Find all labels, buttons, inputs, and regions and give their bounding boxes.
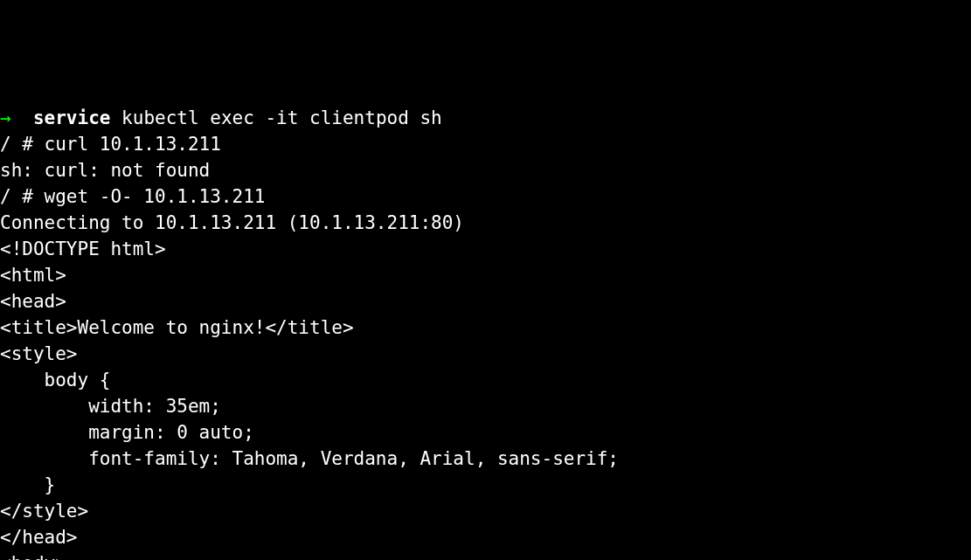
- terminal-line: body {: [0, 367, 971, 393]
- terminal-line: <body>: [0, 550, 971, 560]
- terminal-line: <style>: [0, 341, 971, 367]
- prompt-context: service: [11, 107, 111, 128]
- terminal-line: </style>: [0, 498, 971, 524]
- terminal-line: <head>: [0, 288, 971, 315]
- prompt-arrow-icon: →: [0, 107, 11, 128]
- terminal-line: <title>Welcome to nginx!</title>: [0, 315, 971, 341]
- terminal-line: margin: 0 auto;: [0, 419, 971, 446]
- terminal-output[interactable]: → service kubectl exec -it clientpod sh/…: [0, 105, 971, 560]
- terminal-line: / # curl 10.1.13.211: [0, 131, 971, 157]
- terminal-line: <!DOCTYPE html>: [0, 236, 971, 262]
- terminal-line: → service kubectl exec -it clientpod sh: [0, 105, 971, 131]
- terminal-line: <html>: [0, 262, 971, 288]
- command-text: kubectl exec -it clientpod sh: [110, 107, 441, 128]
- terminal-line: width: 35em;: [0, 393, 971, 419]
- terminal-line: Connecting to 10.1.13.211 (10.1.13.211:8…: [0, 210, 971, 236]
- terminal-line: / # wget -O- 10.1.13.211: [0, 183, 971, 210]
- terminal-line: }: [0, 472, 971, 498]
- terminal-line: sh: curl: not found: [0, 157, 971, 183]
- terminal-line: font-family: Tahoma, Verdana, Arial, san…: [0, 446, 971, 472]
- terminal-line: </head>: [0, 524, 971, 550]
